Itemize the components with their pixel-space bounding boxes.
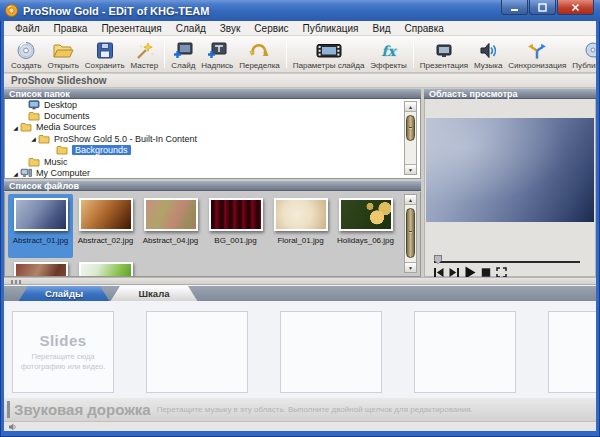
menu-tools[interactable]: Сервис <box>247 21 295 36</box>
file-thumbnail[interactable]: Abstract_04.jpg <box>138 194 203 258</box>
file-thumbnail[interactable]: Abstract_02.jpg <box>73 194 138 258</box>
tree-item-builtin-content[interactable]: ◢ProShow Gold 5.0 - Built-In Content <box>5 133 420 144</box>
expand-arrow-icon[interactable]: ◢ <box>11 124 20 131</box>
soundtrack-footer <box>4 421 596 431</box>
slides-placeholder-title: Slides <box>39 332 86 349</box>
remake-button[interactable]: Переделка <box>236 37 283 71</box>
menu-bar: Файл Правка Презентация Слайд Звук Серви… <box>4 21 596 36</box>
file-name: Abstract_02.jpg <box>78 236 134 245</box>
file-thumbnail-partial[interactable] <box>73 258 138 277</box>
music-button[interactable]: Музыка <box>471 37 505 71</box>
tab-timeline[interactable]: Шкала <box>110 286 198 302</box>
publish-button[interactable]: Публикация <box>569 37 596 71</box>
sync-icon <box>526 40 548 60</box>
soundtrack-hint: Перетащите музыку в эту область. Выполни… <box>157 405 473 414</box>
folder-tree-scrollbar[interactable]: ▲ ▼ <box>404 101 417 175</box>
slide-placeholder[interactable] <box>414 311 516 393</box>
soundtrack-accent <box>7 401 10 418</box>
slide-options-button[interactable]: Параметры слайда <box>290 37 368 71</box>
publish-icon <box>584 40 596 60</box>
file-thumbnail[interactable]: Floral_01.jpg <box>268 194 333 258</box>
file-list-scrollbar[interactable]: ▲ ▼ <box>404 194 417 273</box>
file-name: Abstract_01.jpg <box>13 236 69 245</box>
scrollbar-thumb[interactable] <box>406 115 415 141</box>
open-button[interactable]: Открыть <box>44 37 81 71</box>
speaker-icon <box>8 423 17 431</box>
titlebar[interactable]: ProShow Gold - EDiT of KHG-TEAM <box>0 0 600 21</box>
scroll-up-icon[interactable]: ▲ <box>405 102 416 112</box>
toolbar-separator <box>413 40 414 68</box>
thumbnail-image <box>274 198 328 231</box>
add-slide-icon <box>172 40 194 60</box>
expand-arrow-icon[interactable]: ◢ <box>11 170 20 177</box>
scroll-down-icon[interactable]: ▼ <box>405 262 416 272</box>
tree-item-label: ProShow Gold 5.0 - Built-In Content <box>54 134 197 144</box>
folder-icon <box>28 111 40 121</box>
close-button[interactable] <box>557 0 594 15</box>
wizard-button[interactable]: Мастер <box>128 37 162 71</box>
tree-item-backgrounds[interactable]: Backgrounds <box>5 145 420 156</box>
thumbnail-image <box>339 198 393 231</box>
menu-slide[interactable]: Слайд <box>169 21 213 36</box>
add-caption-button[interactable]: Надпись <box>198 37 236 71</box>
show-button[interactable]: Презентация <box>417 37 471 71</box>
view-tabs: Слайды Шкала <box>4 285 596 301</box>
tree-item-desktop[interactable]: Desktop <box>5 99 420 110</box>
thumbnail-image <box>14 198 68 231</box>
new-button[interactable]: Создать <box>8 37 44 71</box>
tree-item-media-sources[interactable]: ◢Media Sources <box>5 122 420 133</box>
scrollbar-thumb[interactable] <box>406 208 415 258</box>
tree-item-my-computer[interactable]: ◢My Computer <box>5 167 420 178</box>
maximize-button[interactable] <box>529 0 556 15</box>
expand-arrow-icon[interactable]: ◢ <box>29 135 38 142</box>
scroll-up-icon[interactable]: ▲ <box>405 195 416 205</box>
slide-placeholder[interactable] <box>146 311 248 393</box>
desktop-icon <box>28 100 40 110</box>
menu-help[interactable]: Справка <box>398 21 451 36</box>
remake-icon <box>248 40 270 60</box>
file-list: Abstract_01.jpg Abstract_02.jpg Abstract… <box>4 192 421 277</box>
scroll-down-icon[interactable]: ▼ <box>405 164 416 174</box>
minimize-button[interactable] <box>501 0 528 15</box>
thumbnail-image <box>79 262 133 277</box>
add-caption-icon <box>206 40 228 60</box>
slide-options-icon <box>316 40 342 60</box>
add-slide-button[interactable]: Слайд <box>168 37 198 71</box>
seek-slider[interactable] <box>434 255 580 265</box>
tree-item-documents[interactable]: Documents <box>5 110 420 121</box>
menu-show[interactable]: Презентация <box>94 21 168 36</box>
file-thumbnail[interactable]: BG_001.jpg <box>203 194 268 258</box>
folder-icon <box>38 134 50 144</box>
menu-view[interactable]: Вид <box>365 21 397 36</box>
preview-column: Область просмотра <box>424 88 596 277</box>
toolbar-separator <box>164 40 165 68</box>
file-thumbnail[interactable]: Holidays_06.jpg <box>333 194 398 258</box>
file-thumbnail[interactable]: Abstract_01.jpg <box>8 194 73 258</box>
thumbnail-image <box>209 198 263 231</box>
menu-edit[interactable]: Правка <box>47 21 95 36</box>
seek-track[interactable] <box>434 261 580 263</box>
soundtrack-dropzone[interactable]: Звуковая дорожка Перетащите музыку в эту… <box>4 398 596 421</box>
tab-slides[interactable]: Слайды <box>18 286 110 302</box>
computer-icon <box>20 168 32 178</box>
menu-publish[interactable]: Публикация <box>296 21 366 36</box>
slide-placeholder[interactable] <box>548 311 596 393</box>
browser-column: Список папок Desktop Documents ◢Media So… <box>4 88 421 277</box>
wizard-wand-icon <box>133 40 155 60</box>
menu-audio[interactable]: Звук <box>213 21 248 36</box>
folder-tree: Desktop Documents ◢Media Sources ◢ProSho… <box>4 99 421 179</box>
menu-file[interactable]: Файл <box>8 21 47 36</box>
slide-placeholder[interactable] <box>280 311 382 393</box>
tree-item-music[interactable]: Music <box>5 156 420 167</box>
effects-fx-icon: fx <box>381 40 395 60</box>
show-title-bar: ProShow Slideshow <box>4 74 596 88</box>
folder-list-header: Список папок <box>4 88 421 99</box>
file-thumbnail-partial[interactable] <box>8 258 73 277</box>
effects-button[interactable]: fx Эффекты <box>367 37 409 71</box>
save-button[interactable]: Сохранить <box>82 37 128 71</box>
horizontal-splitter[interactable] <box>4 277 596 285</box>
sync-button[interactable]: Синхронизация <box>505 37 569 71</box>
tree-item-label: Desktop <box>44 100 77 110</box>
slides-placeholder-hint: Перетащите сюда фотографию или видео. <box>20 352 106 372</box>
slide-placeholder[interactable]: Slides Перетащите сюда фотографию или ви… <box>12 311 114 393</box>
